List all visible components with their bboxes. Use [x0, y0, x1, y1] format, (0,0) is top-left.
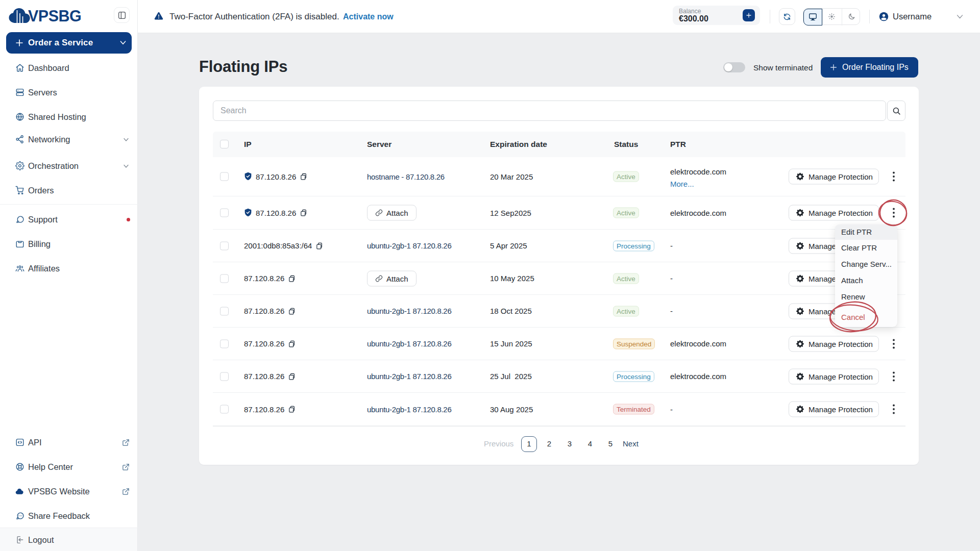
svg-text:VPSBG: VPSBG	[28, 7, 81, 24]
